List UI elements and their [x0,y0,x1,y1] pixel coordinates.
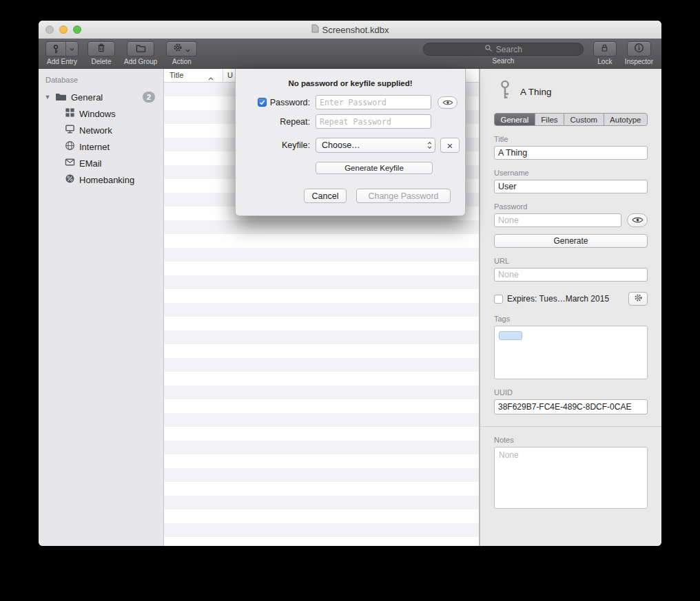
close-icon: × [447,140,453,151]
clear-keyfile-button[interactable]: × [440,138,460,153]
search-icon [484,44,493,54]
tab-files[interactable]: Files [535,114,564,125]
password-label: Password [494,202,648,211]
sidebar-item-network[interactable]: Network [39,122,163,138]
entry-title: A Thing [520,87,552,97]
add-entry-label: Add Entry [47,58,77,65]
column-header-username[interactable]: U [227,71,233,79]
toolbar-right: Search Search Lock [423,41,653,65]
window-title-text: Screenshot.kdbx [322,25,389,35]
password-field[interactable] [494,213,621,227]
key-plus-icon [46,42,65,56]
add-group-button[interactable] [127,41,154,56]
inspector-item: Inspector [625,41,653,65]
generate-keyfile-button[interactable]: Generate Keyfile [316,162,433,174]
folder-icon [55,92,67,103]
windows-icon [65,107,75,120]
password-checkbox[interactable] [258,98,267,107]
cancel-button[interactable]: Cancel [304,189,347,203]
delete-item: Delete [88,41,115,65]
divider [480,426,661,427]
sidebar-item-internet[interactable]: Internet [39,138,163,155]
password-label-cell: Password: [251,98,310,107]
folder-plus-icon [136,43,146,55]
entry-header: A Thing [498,80,648,103]
action-label: Action [172,58,192,65]
window-title: Screenshot.kdbx [311,24,389,35]
action-item: Action [166,41,197,65]
tag-chip[interactable] [499,331,522,340]
add-entry-item: Add Entry [45,41,79,65]
change-password-button[interactable]: Change Password [356,189,451,203]
change-password-dialog: No password or keyfile supplied! Passwor… [235,69,466,216]
minimize-button[interactable] [59,25,68,34]
keyfile-popup-value: Choose… [322,140,427,150]
titlebar[interactable]: Screenshot.kdbx [39,21,661,39]
uuid-field[interactable] [494,399,648,414]
generate-password-button[interactable]: Generate [494,234,648,248]
notes-field[interactable] [494,447,648,509]
gear-icon [173,43,183,55]
sidebar-item-windows[interactable]: Windows [39,105,163,122]
keyfile-popup[interactable]: Choose… [316,138,435,153]
password-label: Password: [270,98,310,107]
action-button[interactable] [166,41,197,56]
url-field[interactable] [494,268,648,282]
expires-checkbox[interactable] [494,295,503,304]
tags-field[interactable] [494,326,648,379]
add-group-item: Add Group [124,41,157,65]
add-entry-dropdown[interactable] [65,42,78,56]
sidebar-item-label: General [71,92,103,103]
toolbar: Add Entry Delete Add Group [39,39,661,69]
sidebar-item-homebanking[interactable]: Homebanking [39,171,163,188]
sidebar-item-general[interactable]: ▼ General 2 [39,89,163,105]
search-caption: Search [493,57,515,65]
inspector-button[interactable] [627,41,651,56]
app-window: Screenshot.kdbx Add Entry [39,21,661,546]
traffic-lights [45,25,81,34]
reveal-password-button[interactable] [438,96,457,109]
add-group-label: Add Group [124,58,157,65]
keyfile-label: Keyfile: [251,140,310,150]
sidebar-item-label: Network [79,125,112,136]
title-field[interactable] [494,146,648,160]
sidebar-item-email[interactable]: EMail [39,155,163,171]
disclosure-triangle-icon[interactable]: ▼ [44,94,51,101]
eye-icon [632,214,644,226]
expires-settings-button[interactable] [628,292,648,306]
sidebar-item-label: EMail [79,158,102,169]
desktop: Screenshot.kdbx Add Entry [0,0,700,601]
sidebar-item-label: Homebanking [79,175,134,185]
add-entry-button[interactable] [45,41,79,56]
network-icon [65,124,75,136]
popup-stepper-icon [427,142,432,149]
lock-button[interactable] [593,41,617,56]
url-label: URL [494,257,648,265]
search-item: Search Search [423,41,584,65]
lock-icon [600,43,609,56]
globe-icon [65,140,75,153]
column-divider[interactable] [223,69,223,82]
eye-icon [442,96,453,109]
column-header-title[interactable]: Title [169,71,183,79]
tab-general[interactable]: General [495,114,535,125]
password-row [494,213,648,227]
zoom-button[interactable] [73,25,81,34]
entry-count-badge: 2 [143,92,155,103]
close-button[interactable] [45,25,54,34]
username-field[interactable] [494,180,648,193]
trash-icon [96,43,106,56]
delete-button[interactable] [88,41,115,56]
search-input[interactable]: Search [423,43,584,56]
enter-password-input[interactable] [316,95,431,109]
info-icon [634,43,644,56]
expires-label: Expires: Tues…March 2015 [507,294,624,304]
search-placeholder: Search [496,45,522,54]
dialog-buttons: Cancel Change Password [236,174,465,203]
uuid-label: UUID [494,388,648,397]
inspector-label: Inspector [625,58,653,65]
tab-custom[interactable]: Custom [564,114,604,125]
reveal-password-button[interactable] [627,213,648,227]
repeat-password-input[interactable] [316,114,431,129]
tab-autotype[interactable]: Autotype [604,114,647,125]
